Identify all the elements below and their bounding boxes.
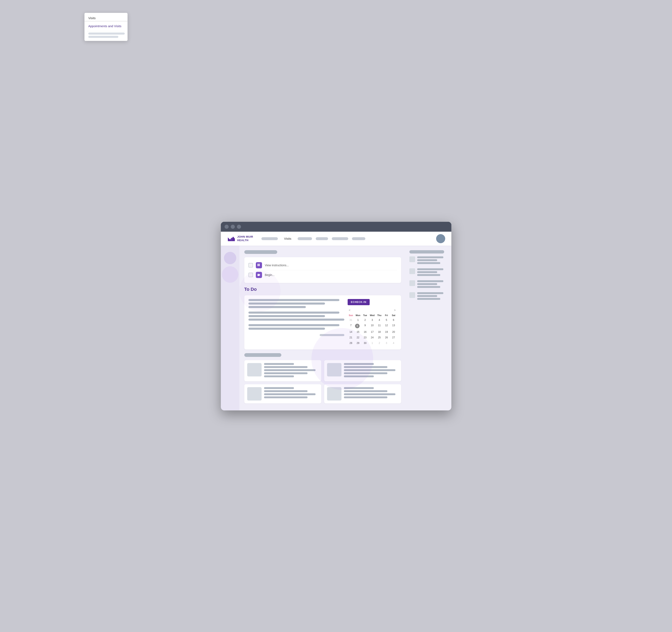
cal-day[interactable]: 4 (376, 318, 383, 323)
bottom-card-3 (244, 384, 321, 403)
cal-day[interactable]: 27 (390, 335, 397, 340)
bc-line (264, 390, 308, 392)
browser-content: JOHN MUIR HEALTH Visits Visits Appointme… (221, 232, 451, 411)
rs-lines-3 (417, 280, 448, 289)
cal-day[interactable]: 24 (369, 335, 376, 340)
cal-day[interactable]: 2 (376, 341, 383, 346)
calendar: < > Sun Mon Tue Wed Thu (347, 308, 397, 346)
cal-day[interactable]: 13 (390, 323, 397, 329)
cal-day[interactable]: 26 (383, 335, 390, 340)
cal-day[interactable]: 7 (347, 323, 354, 329)
browser-titlebar (221, 222, 451, 232)
bottom-card-lines-4 (344, 387, 398, 400)
todo-line-3 (248, 306, 306, 308)
rs-line (417, 280, 443, 282)
video-icon (256, 272, 262, 278)
cal-day[interactable]: 5 (383, 318, 390, 323)
cal-day-today[interactable]: 8 (355, 323, 361, 329)
begin-text: Begin... (265, 273, 274, 277)
bc-line (264, 387, 294, 389)
begin-checkbox[interactable] (248, 273, 253, 277)
rs-line (417, 283, 437, 285)
bc-line (264, 396, 308, 398)
cal-day[interactable]: 25 (376, 335, 383, 340)
svg-rect-8 (259, 265, 260, 266)
rs-thumb-3 (409, 280, 415, 286)
cal-day[interactable]: 11 (376, 323, 383, 329)
nav-links: Visits (261, 236, 436, 241)
cal-header-wed: Wed (369, 313, 376, 317)
svg-rect-5 (258, 264, 259, 265)
right-sidebar (406, 246, 451, 411)
bc-line (344, 387, 374, 389)
bc-line (344, 363, 374, 365)
cal-day[interactable]: 1 (369, 341, 376, 346)
bc-line (264, 393, 316, 395)
cal-day[interactable]: 4 (390, 341, 397, 346)
bc-line (264, 363, 294, 365)
user-avatar[interactable] (436, 234, 445, 243)
cal-day[interactable]: 31 (347, 318, 354, 323)
browser-dot-red[interactable] (224, 225, 229, 229)
cal-day[interactable]: 19 (383, 329, 390, 335)
rs-thumb-4 (409, 292, 415, 298)
cal-day[interactable]: 14 (347, 329, 354, 335)
cal-day[interactable]: 15 (355, 329, 361, 335)
cal-day[interactable]: 10 (369, 323, 376, 329)
cal-day[interactable]: 28 (347, 341, 354, 346)
cal-day[interactable]: 21 (347, 335, 354, 340)
view-instructions-checkbox[interactable] (248, 263, 253, 267)
rs-lines-1 (417, 256, 448, 265)
cal-day[interactable]: 23 (362, 335, 369, 340)
cal-day[interactable]: 9 (362, 323, 369, 329)
cal-day[interactable]: 3 (383, 341, 390, 346)
cal-day[interactable]: 3 (369, 318, 376, 323)
cal-day[interactable]: 17 (369, 329, 376, 335)
cal-day[interactable]: 12 (383, 323, 390, 329)
nav-placeholder-5 (352, 237, 365, 240)
rs-line (417, 298, 440, 300)
cal-day[interactable]: 30 (362, 341, 369, 346)
rs-lines-4 (417, 292, 448, 301)
cal-nav: < > (347, 308, 397, 312)
bottom-card-1 (244, 360, 321, 381)
cal-prev-button[interactable]: < (347, 308, 352, 312)
rs-line (417, 274, 440, 276)
cal-day[interactable]: 16 (362, 329, 369, 335)
cal-header-sat: Sat (390, 313, 397, 317)
browser-dot-yellow[interactable] (231, 225, 235, 229)
cal-day[interactable]: 20 (390, 329, 397, 335)
nav-item-visits[interactable]: Visits (282, 236, 294, 241)
bc-line (344, 396, 387, 398)
cal-day[interactable]: 29 (355, 341, 361, 346)
bottom-card-2 (324, 360, 401, 381)
cal-day[interactable]: 18 (376, 329, 383, 335)
instructions-card: View instructions... Begin... (244, 257, 401, 283)
nav-placeholder-2 (297, 237, 312, 240)
cal-day[interactable]: 22 (355, 335, 361, 340)
todo-card: ECHECK-IN < > Sun Mon (244, 295, 401, 349)
rs-line (417, 256, 443, 258)
bottom-grid (244, 360, 401, 403)
view-instructions-text: View instructions... (265, 264, 289, 267)
small-ph (320, 334, 344, 336)
bc-line (264, 372, 308, 374)
cal-day[interactable]: 6 (390, 318, 397, 323)
svg-rect-9 (258, 274, 260, 276)
cal-day[interactable]: 1 (355, 318, 361, 323)
todo-title: To Do (244, 287, 401, 292)
browser-window: JOHN MUIR HEALTH Visits Visits Appointme… (221, 222, 451, 411)
echeck-in-button[interactable]: ECHECK-IN (347, 299, 370, 305)
svg-rect-7 (258, 265, 259, 266)
cal-next-button[interactable]: > (393, 308, 397, 312)
cal-day[interactable]: 2 (362, 318, 369, 323)
bc-line (344, 369, 395, 371)
nav-placeholder-1 (261, 237, 278, 240)
logo-text: JOHN MUIR HEALTH (237, 235, 253, 242)
left-sidebar (221, 246, 239, 411)
browser-dot-green[interactable] (237, 225, 241, 229)
main-layout: View instructions... Begin... (221, 246, 451, 411)
bottom-card-thumb-2 (327, 363, 341, 376)
rs-line (417, 259, 437, 261)
bc-line (344, 375, 374, 377)
